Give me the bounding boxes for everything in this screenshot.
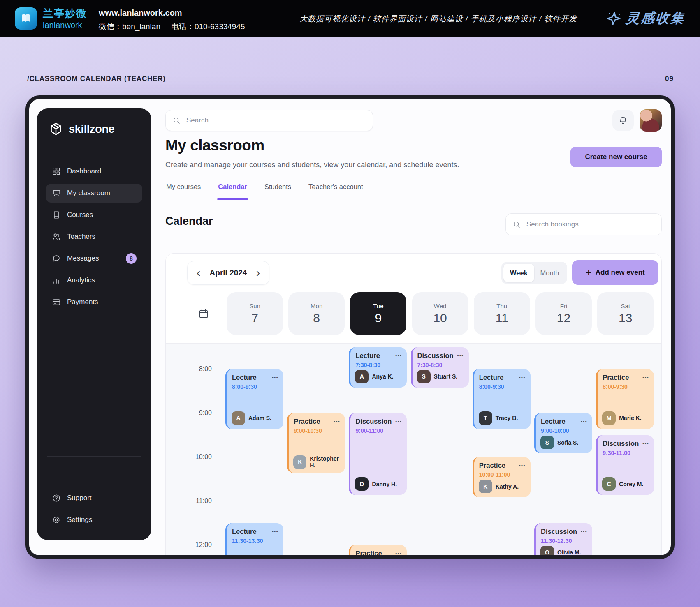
bell-icon <box>618 115 628 125</box>
day-card-thu[interactable]: Thu11 <box>474 292 530 335</box>
event-menu-icon[interactable]: ••• <box>581 529 587 534</box>
student-avatar: A <box>232 411 245 425</box>
event-time: 7:30-8:30 <box>355 362 402 368</box>
event-title: Discussion <box>603 440 639 448</box>
chevron-right-icon[interactable]: › <box>255 267 261 279</box>
event-card-practice-6[interactable]: Practice•••8:00-9:30MMarie K. <box>596 369 654 429</box>
hour-gridline <box>218 545 661 545</box>
event-title: Lecture <box>355 352 380 360</box>
event-menu-icon[interactable]: ••• <box>581 419 587 424</box>
sidebar-item-teachers[interactable]: Teachers <box>46 227 142 246</box>
event-card-discussion-6[interactable]: Discussion•••9:30-11:00CCorey M. <box>596 435 654 495</box>
event-time: 9:30-11:00 <box>603 450 649 456</box>
sidebar-item-settings[interactable]: Settings <box>46 510 142 529</box>
event-card-practice-1[interactable]: Practice•••9:00-10:30KKristopher H. <box>287 413 345 473</box>
view-option-week[interactable]: Week <box>503 264 534 282</box>
event-card-lecture-0[interactable]: Lecture•••8:00-9:30AAdam S. <box>225 369 283 429</box>
day-name: Thu <box>496 302 507 309</box>
event-title: Lecture <box>232 374 257 381</box>
time-label: 10:00 <box>174 453 212 461</box>
event-menu-icon[interactable]: ••• <box>642 375 649 380</box>
add-new-event-button[interactable]: + Add new event <box>572 260 658 285</box>
create-new-course-button[interactable]: Create new course <box>570 147 662 167</box>
notifications-button[interactable] <box>612 110 634 131</box>
event-student: AAnya K. <box>355 370 393 383</box>
tab-calendar[interactable]: Calendar <box>217 180 248 199</box>
sidebar-item-messages[interactable]: Messages8 <box>46 249 142 268</box>
event-card-practice-2[interactable]: Practice•••12:00-13:00 <box>349 545 407 559</box>
chevron-left-icon[interactable]: ‹ <box>196 267 201 279</box>
event-card-lecture-4[interactable]: Lecture•••8:00-9:30TTracy B. <box>473 369 531 429</box>
event-card-discussion-5[interactable]: Discussion•••11:30-12:30OOlivia M. <box>534 523 592 559</box>
event-menu-icon[interactable]: ••• <box>395 353 402 358</box>
event-student: SStuart S. <box>417 370 458 383</box>
event-menu-icon[interactable]: ••• <box>519 375 526 380</box>
event-menu-icon[interactable]: ••• <box>395 551 402 556</box>
event-menu-icon[interactable]: ••• <box>272 529 278 534</box>
event-card-lecture-0[interactable]: Lecture•••11:30-13:30 <box>225 523 283 559</box>
event-title: Lecture <box>232 528 257 535</box>
sidebar-item-label: Messages <box>67 254 99 263</box>
student-name: Marie K. <box>619 415 641 421</box>
app-logo: skillzone <box>46 122 142 136</box>
messages-icon <box>52 254 61 263</box>
day-name: Tue <box>373 302 383 309</box>
event-card-discussion-3[interactable]: Discussion•••7:30-8:30SStuart S. <box>411 347 469 388</box>
day-card-tue[interactable]: Tue9 <box>350 292 406 335</box>
brand-english: lanlanwork <box>43 21 82 30</box>
sidebar-item-my-classroom[interactable]: My classroom <box>46 184 142 203</box>
sidebar-footer-nav: SupportSettings <box>46 489 142 529</box>
event-card-practice-4[interactable]: Practice•••10:00-11:00KKathy A. <box>473 457 531 497</box>
user-avatar[interactable] <box>640 109 662 132</box>
event-menu-icon[interactable]: ••• <box>642 441 649 446</box>
top-banner: 兰亭妙微 lanlanwork www.lanlanwork.com 微信：be… <box>0 0 700 37</box>
tab-my-courses[interactable]: My courses <box>165 180 202 199</box>
tab-teacher-s-account[interactable]: Teacher's account <box>308 180 364 199</box>
global-search[interactable] <box>165 110 373 131</box>
sidebar-item-label: Teachers <box>67 233 95 241</box>
brand-chinese: 兰亭妙微 <box>43 7 87 20</box>
student-name: Stuart S. <box>434 373 458 380</box>
event-menu-icon[interactable]: ••• <box>457 353 464 358</box>
hour-gridline <box>218 457 661 457</box>
event-title: Discussion <box>355 418 392 425</box>
skillzone-cube-icon <box>49 122 63 136</box>
search-input[interactable] <box>185 116 366 125</box>
day-card-sat[interactable]: Sat13 <box>597 292 654 335</box>
day-card-mon[interactable]: Mon8 <box>288 292 345 335</box>
sidebar-item-dashboard[interactable]: Dashboard <box>46 162 142 181</box>
page-subtitle: Create and manage your courses and stude… <box>165 161 459 169</box>
calendar-section-title: Calendar <box>165 215 213 228</box>
sidebar-item-payments[interactable]: Payments <box>46 293 142 312</box>
view-option-month[interactable]: Month <box>534 264 565 282</box>
wechat-label: 微信：ben_lanlan <box>99 22 160 31</box>
sidebar-item-courses[interactable]: Courses <box>46 205 142 224</box>
event-card-discussion-2[interactable]: Discussion•••9:00-11:00DDanny H. <box>349 413 407 495</box>
event-time: 10:00-11:00 <box>479 471 526 478</box>
event-card-lecture-2[interactable]: Lecture•••7:30-8:30AAnya K. <box>349 347 407 388</box>
event-card-lecture-5[interactable]: Lecture•••9:00-10:00SSofia S. <box>534 413 592 453</box>
day-card-wed[interactable]: Wed10 <box>412 292 468 335</box>
event-menu-icon[interactable]: ••• <box>272 375 278 380</box>
student-avatar: M <box>602 411 616 425</box>
event-menu-icon[interactable]: ••• <box>395 419 402 424</box>
sidebar-item-label: Courses <box>67 211 93 219</box>
event-title: Lecture <box>479 374 504 381</box>
page: 兰亭妙微 lanlanwork www.lanlanwork.com 微信：be… <box>0 0 700 607</box>
time-label: 11:00 <box>174 497 212 505</box>
event-menu-icon[interactable]: ••• <box>519 463 526 468</box>
bookings-search-input[interactable] <box>526 220 655 229</box>
day-number: 12 <box>557 311 570 325</box>
book-icon <box>19 12 33 25</box>
day-card-sun[interactable]: Sun7 <box>227 292 283 335</box>
tab-students[interactable]: Students <box>264 180 292 199</box>
time-label: 8:00 <box>174 365 212 373</box>
bookings-search[interactable] <box>505 213 662 235</box>
sidebar-item-analytics[interactable]: Analytics <box>46 271 142 290</box>
event-menu-icon[interactable]: ••• <box>334 419 340 424</box>
sidebar-item-support[interactable]: Support <box>46 489 142 508</box>
day-card-fri[interactable]: Fri12 <box>535 292 592 335</box>
day-number: 10 <box>433 311 447 325</box>
page-number: 09 <box>665 75 674 83</box>
app-window: skillzone DashboardMy classroomCoursesTe… <box>25 95 675 559</box>
